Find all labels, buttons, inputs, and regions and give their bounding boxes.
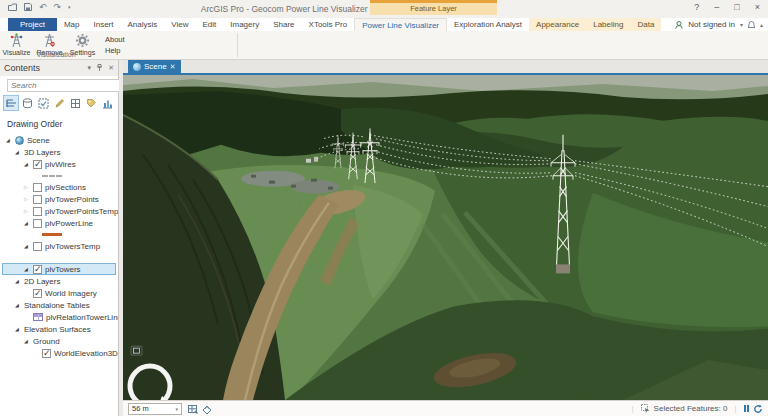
search-row: ▾ <box>0 76 118 94</box>
tab-project[interactable]: Project <box>8 18 57 31</box>
tab-share[interactable]: Share <box>266 18 301 31</box>
expander-icon[interactable]: ▷ <box>24 208 33 214</box>
viewport-overlay-icon[interactable] <box>131 346 142 355</box>
tree-item-plvrelationtowerline[interactable]: plvRelationTowerLine <box>2 311 116 323</box>
expander-icon[interactable]: ◢ <box>15 326 24 332</box>
search-box[interactable]: ▾ <box>7 79 136 92</box>
selected-features-label[interactable]: Selected Features: 0 <box>654 404 728 413</box>
map-scale-dropdown[interactable]: 56 m ▾ <box>128 403 182 415</box>
scene-3d-render[interactable] <box>123 75 768 400</box>
tree-item-standalone-tables[interactable]: ◢Standalone Tables <box>2 299 116 311</box>
layer-label: Elevation Surfaces <box>24 325 91 334</box>
scale-caret-icon: ▾ <box>175 406 178 412</box>
tree-item-3d-layers[interactable]: ◢3D Layers <box>2 146 116 158</box>
sign-in-label: Not signed in <box>688 20 735 29</box>
layer-visibility-checkbox[interactable] <box>33 242 42 251</box>
list-by-data-source-icon[interactable] <box>20 96 34 110</box>
tree-item-plvtowers[interactable]: ◢plvTowers <box>2 263 116 275</box>
save-icon[interactable] <box>24 3 32 11</box>
tree-item-plvsections[interactable]: ▷plvSections <box>2 181 116 193</box>
tree-item-plvpowerline[interactable]: ◢plvPowerLine <box>2 217 116 229</box>
scene-viewport[interactable] <box>123 75 768 400</box>
maximize-button[interactable]: □ <box>734 2 739 12</box>
layer-visibility-checkbox[interactable] <box>42 349 51 358</box>
view-tab-bar: Scene ✕ <box>123 60 768 75</box>
list-by-snapping-icon[interactable] <box>68 96 82 110</box>
expander-icon[interactable]: ▷ <box>24 184 33 190</box>
expander-icon[interactable]: ◢ <box>6 137 15 143</box>
charts-icon[interactable] <box>100 96 114 110</box>
tree-item-plvtowerstemp[interactable]: ◢plvTowersTemp <box>2 240 116 252</box>
tree-item-scene[interactable]: ◢Scene <box>2 134 116 146</box>
tab-scene[interactable]: Scene ✕ <box>128 60 181 73</box>
undo-icon[interactable]: ↶ <box>39 3 47 11</box>
tree-item-2d-layers[interactable]: ◢2D Layers <box>2 275 116 287</box>
collapse-ribbon-icon[interactable]: ▴ <box>760 21 763 28</box>
tab-xtools-pro[interactable]: XTools Pro <box>302 18 355 31</box>
layer-visibility-checkbox[interactable] <box>33 183 42 192</box>
close-view-icon[interactable]: ✕ <box>170 63 176 71</box>
expander-icon[interactable]: ◢ <box>24 161 33 167</box>
sign-in-caret-icon: ▾ <box>740 21 743 28</box>
tab-exploration-analyst[interactable]: Exploration Analyst <box>447 18 529 31</box>
expander-icon[interactable]: ◢ <box>15 278 24 284</box>
list-by-selection-icon[interactable] <box>36 96 50 110</box>
tree-item-plvtowerpoints[interactable]: ▷plvTowerPoints <box>2 193 116 205</box>
tree-item-worldelevation3d-terrain3d[interactable]: WorldElevation3D/Terrain3D <box>2 347 116 359</box>
layer-visibility-checkbox[interactable] <box>33 219 42 228</box>
tab-appearance[interactable]: Appearance <box>529 18 586 31</box>
layer-visibility-checkbox[interactable] <box>33 160 42 169</box>
close-panel-icon[interactable]: ✕ <box>108 64 114 72</box>
panel-menu-caret-icon[interactable]: ▾ <box>88 64 92 72</box>
tree-item-ground[interactable]: ◢Ground <box>2 335 116 347</box>
close-button[interactable]: × <box>755 2 760 12</box>
tab-imagery[interactable]: Imagery <box>223 18 266 31</box>
tab-power-line-visualizer[interactable]: Power Line Visualizer <box>354 18 447 31</box>
help-link[interactable]: Help <box>105 46 125 55</box>
minimize-button[interactable]: – <box>714 2 719 12</box>
about-link[interactable]: About <box>105 35 125 44</box>
selected-features-icon <box>641 404 650 413</box>
tab-labeling[interactable]: Labeling <box>586 18 630 31</box>
layer-visibility-checkbox[interactable] <box>33 195 42 204</box>
tab-map[interactable]: Map <box>57 18 87 31</box>
layer-visibility-checkbox[interactable] <box>33 265 42 274</box>
tab-insert[interactable]: Insert <box>86 18 120 31</box>
expander-icon[interactable]: ◢ <box>24 266 33 272</box>
layer-label: plvTowerPointsTemp <box>45 207 118 216</box>
expander-icon[interactable]: ◢ <box>24 338 33 344</box>
coordinate-grid-icon[interactable] <box>188 404 198 414</box>
expander-icon[interactable]: ◢ <box>24 243 33 249</box>
refresh-icon[interactable] <box>753 404 763 414</box>
tab-edit[interactable]: Edit <box>195 18 223 31</box>
tab-analysis[interactable]: Analysis <box>120 18 164 31</box>
expander-icon[interactable]: ◢ <box>15 302 24 308</box>
contents-title: Contents <box>4 63 40 73</box>
expander-icon[interactable]: ▷ <box>24 196 33 202</box>
pause-drawing-icon[interactable] <box>744 405 750 412</box>
tree-item-plvtowerpointstemp[interactable]: ▷plvTowerPointsTemp <box>2 205 116 217</box>
auto-hide-pin-icon[interactable] <box>96 64 103 72</box>
tree-item-world-imagery[interactable]: World Imagery <box>2 287 116 299</box>
tab-view[interactable]: View <box>164 18 195 31</box>
legend-symbol-row <box>2 170 116 181</box>
layer-visibility-checkbox[interactable] <box>33 207 42 216</box>
help-window-button[interactable]: ? <box>694 2 699 12</box>
layer-visibility-checkbox[interactable] <box>33 289 42 298</box>
search-input[interactable] <box>11 81 122 90</box>
view-status-bar: 56 m ▾ | Selected Features: 0 | <box>123 400 768 416</box>
notifications-bell-icon[interactable] <box>748 21 755 29</box>
legend-symbol-row <box>2 229 116 240</box>
project-icon[interactable] <box>8 3 17 11</box>
tab-data[interactable]: Data <box>630 18 661 31</box>
list-by-labeling-icon[interactable] <box>84 96 98 110</box>
expander-icon[interactable]: ◢ <box>15 149 24 155</box>
sign-in-area[interactable]: Not signed in ▾ ▴ <box>675 18 763 31</box>
snap-toggle-icon[interactable] <box>202 404 212 414</box>
tree-item-elevation-surfaces[interactable]: ◢Elevation Surfaces <box>2 323 116 335</box>
scene-globe-icon <box>15 136 24 145</box>
tree-item-plvwires[interactable]: ◢plvWires <box>2 158 116 170</box>
list-by-drawing-order-icon[interactable] <box>4 96 18 110</box>
list-by-editing-icon[interactable] <box>52 96 66 110</box>
expander-icon[interactable]: ◢ <box>24 220 33 226</box>
